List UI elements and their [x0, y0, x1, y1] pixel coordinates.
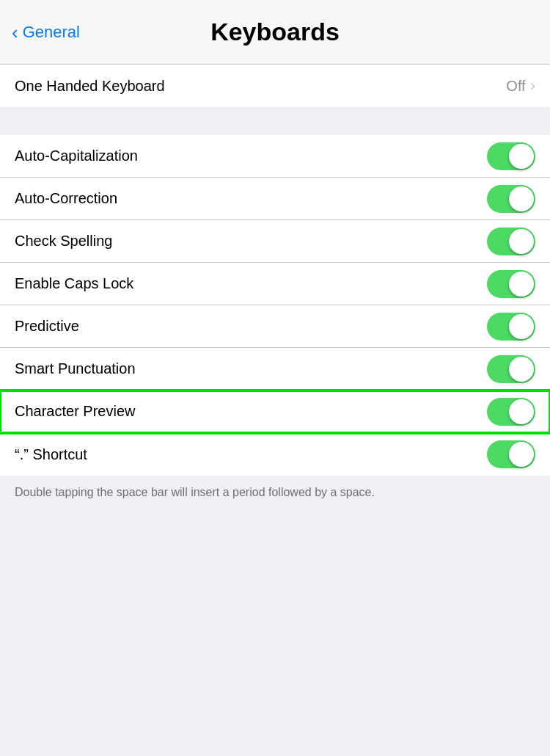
toggle-line-icon [503, 449, 505, 459]
toggle-line-icon [503, 321, 505, 332]
smart-punctuation-toggle[interactable] [487, 355, 535, 383]
shortcut-label: “.” Shortcut [15, 446, 487, 463]
check-spelling-label: Check Spelling [15, 233, 487, 250]
back-chevron-icon: ‹ [12, 23, 18, 42]
toggle-knob [509, 357, 534, 382]
toggle-line-icon [503, 279, 505, 289]
toggle-line-icon [503, 364, 505, 374]
back-button[interactable]: ‹ General [12, 23, 80, 42]
shortcut-toggle[interactable] [487, 440, 535, 468]
enable-caps-lock-label: Enable Caps Lock [15, 275, 487, 292]
toggle-line-icon [503, 194, 505, 204]
check-spelling-toggle[interactable] [487, 228, 535, 255]
predictive-row: Predictive [0, 305, 550, 348]
toggle-knob [509, 186, 534, 211]
toggle-knob [509, 272, 534, 297]
toggles-section: Auto-Capitalization Auto-Correction Chec… [0, 135, 550, 476]
toggle-line-icon [503, 236, 505, 247]
auto-correction-label: Auto-Correction [15, 190, 487, 207]
toggle-knob [509, 314, 534, 339]
toggle-knob [509, 144, 534, 169]
toggle-line-icon [503, 407, 505, 417]
toggle-knob [509, 442, 534, 467]
footer-note: Double tapping the space bar will insert… [0, 476, 550, 515]
one-handed-keyboard-label: One Handed Keyboard [15, 78, 506, 95]
one-handed-keyboard-current: Off [506, 78, 525, 95]
enable-caps-lock-toggle[interactable] [487, 270, 535, 298]
auto-correction-toggle[interactable] [487, 185, 535, 213]
character-preview-label: Character Preview [15, 403, 487, 420]
auto-capitalization-toggle[interactable] [487, 142, 535, 170]
smart-punctuation-row: Smart Punctuation [0, 348, 550, 390]
top-section: One Handed Keyboard Off › [0, 65, 550, 107]
one-handed-keyboard-row[interactable]: One Handed Keyboard Off › [0, 65, 550, 107]
one-handed-keyboard-value: Off › [506, 76, 535, 95]
toggle-line-icon [503, 151, 505, 161]
enable-caps-lock-row: Enable Caps Lock [0, 263, 550, 305]
auto-correction-row: Auto-Correction [0, 178, 550, 220]
toggle-knob [509, 229, 534, 254]
toggle-knob [509, 399, 534, 424]
auto-capitalization-row: Auto-Capitalization [0, 135, 550, 178]
page-title: Keyboards [210, 18, 340, 46]
section-separator-1 [0, 107, 550, 135]
character-preview-row: Character Preview [0, 390, 550, 433]
shortcut-row: “.” Shortcut [0, 433, 550, 476]
back-label: General [23, 23, 80, 42]
disclosure-chevron-icon: › [530, 76, 535, 95]
nav-header: ‹ General Keyboards [0, 0, 550, 65]
auto-capitalization-label: Auto-Capitalization [15, 148, 487, 164]
character-preview-toggle[interactable] [487, 398, 535, 426]
check-spelling-row: Check Spelling [0, 220, 550, 263]
predictive-label: Predictive [15, 318, 487, 335]
smart-punctuation-label: Smart Punctuation [15, 360, 487, 377]
predictive-toggle[interactable] [487, 313, 535, 341]
footer-note-text: Double tapping the space bar will insert… [15, 486, 375, 498]
